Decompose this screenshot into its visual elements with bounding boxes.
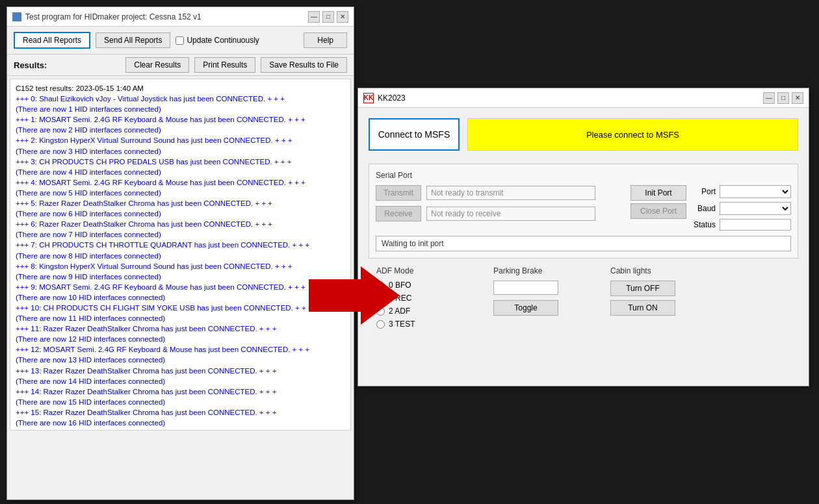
titlebar1: Test program for HIDmaker project: Cessn… — [7, 7, 354, 27]
w2-maximize-btn[interactable]: □ — [777, 92, 789, 104]
results-label: Results: — [14, 60, 47, 70]
cabin-lights-section: Cabin lights Turn OFF Turn ON — [610, 266, 688, 329]
close-port-button: Close Port — [630, 203, 686, 219]
parking-brake-title: Parking Brake — [493, 266, 571, 275]
init-port-button[interactable]: Init Port — [630, 185, 686, 201]
window2-title: KK2023 — [378, 94, 406, 103]
window2-content: Connect to MSFS Please connect to MSFS S… — [358, 108, 809, 339]
waiting-status-bar: Waiting to init port — [376, 236, 791, 251]
status-row: Status — [693, 219, 791, 231]
read-all-reports-button[interactable]: Read All Reports — [14, 32, 90, 49]
bottom-section: ADF Mode 0 BFO1 REC2 ADF3 TEST Parking B… — [369, 266, 798, 329]
window1: Test program for HIDmaker project: Cessn… — [6, 6, 354, 500]
app-icon — [12, 12, 21, 21]
cabin-lights-title: Cabin lights — [610, 266, 688, 275]
serial-port-section: Serial Port Transmit Receive — [369, 164, 798, 258]
turn-off-button[interactable]: Turn OFF — [610, 281, 675, 296]
minimize-btn[interactable]: — — [308, 11, 320, 23]
receive-button: Receive — [376, 206, 421, 221]
status-label: Status — [693, 220, 716, 229]
parking-brake-section: Parking Brake Toggle — [493, 266, 571, 329]
baud-select[interactable] — [720, 202, 791, 215]
update-continuously-label[interactable]: Update Continuously — [176, 36, 259, 45]
port-row: Port — [693, 185, 791, 198]
serial-port-title: Serial Port — [376, 171, 791, 180]
help-button[interactable]: Help — [304, 32, 347, 48]
kk-icon: KK — [363, 93, 374, 103]
status-field — [720, 219, 791, 231]
update-continuously-checkbox[interactable] — [176, 36, 184, 45]
toolbar1: Read All Reports Send All Reports Update… — [7, 27, 354, 55]
save-results-button[interactable]: Save Results to File — [261, 57, 347, 73]
baud-label: Baud — [693, 204, 716, 213]
transmit-row: Transmit — [376, 185, 624, 201]
close-btn[interactable]: ✕ — [337, 11, 348, 23]
port-label: Port — [693, 187, 716, 196]
w2-minimize-btn[interactable]: — — [763, 92, 775, 104]
baud-row: Baud — [693, 202, 791, 215]
results-bar: Results: Clear Results Print Results Sav… — [7, 55, 354, 76]
toggle-button[interactable]: Toggle — [493, 300, 558, 316]
results-area: C152 test results: 2023-05-15 1:40 AM+++… — [10, 79, 351, 431]
receive-status-input — [426, 207, 595, 221]
w2-close-btn[interactable]: ✕ — [792, 92, 803, 104]
connect-section: Connect to MSFS Please connect to MSFS — [369, 118, 798, 151]
update-continuously-text: Update Continuously — [187, 36, 259, 45]
port-select[interactable] — [720, 185, 791, 198]
parking-brake-input — [493, 281, 558, 295]
maximize-btn[interactable]: □ — [322, 11, 334, 23]
connect-msfs-button[interactable]: Connect to MSFS — [369, 118, 460, 151]
window1-title: Test program for HIDmaker project: Cessn… — [25, 12, 202, 21]
transmit-button: Transmit — [376, 185, 421, 201]
clear-results-button[interactable]: Clear Results — [125, 57, 189, 73]
msfs-status-bar: Please connect to MSFS — [467, 118, 798, 151]
turn-on-button[interactable]: Turn ON — [610, 300, 675, 316]
receive-row: Receive — [376, 206, 624, 221]
window2: KK KK2023 — □ ✕ Connect to MSFS Please c… — [358, 88, 809, 386]
transmit-status-input — [426, 186, 595, 200]
send-all-reports-button[interactable]: Send All Reports — [96, 32, 170, 48]
arrow-indicator — [309, 266, 400, 325]
titlebar2: KK KK2023 — □ ✕ — [358, 88, 809, 108]
print-results-button[interactable]: Print Results — [194, 57, 255, 73]
svg-marker-0 — [309, 266, 400, 325]
